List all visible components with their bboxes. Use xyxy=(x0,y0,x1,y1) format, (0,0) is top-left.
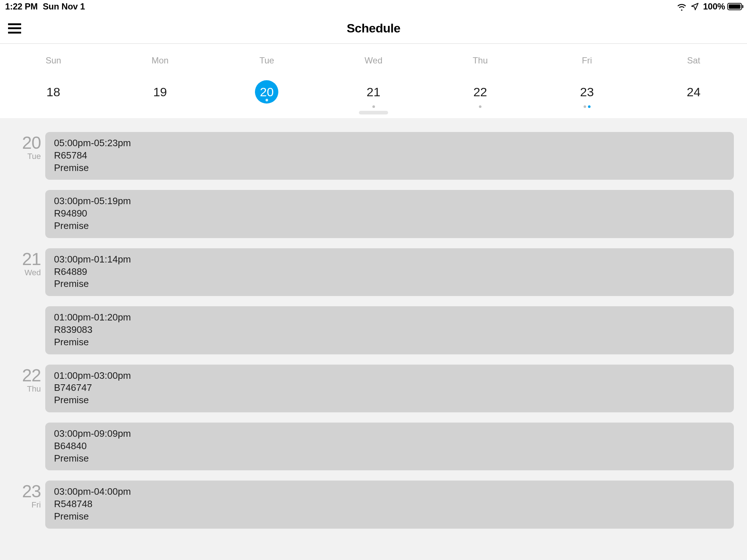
event-ref: R839083 xyxy=(54,324,725,336)
day-number: 22 xyxy=(473,86,487,98)
event-time: 05:00pm-05:23pm xyxy=(54,137,725,149)
day-label: 22Thu xyxy=(0,365,45,481)
schedule-list: 20Tue05:00pm-05:23pmR65784Premise03:00pm… xyxy=(0,118,747,560)
day-column[interactable]: Wed21 xyxy=(320,44,427,118)
day-number-wrap: 21 xyxy=(362,80,385,104)
event-indicator xyxy=(479,105,481,108)
day-column[interactable]: Tue20 xyxy=(213,44,320,118)
event-location: Premise xyxy=(54,220,725,232)
events-column: 05:00pm-05:23pmR65784Premise03:00pm-05:1… xyxy=(45,132,747,248)
day-number: 24 xyxy=(687,86,701,98)
event-location: Premise xyxy=(54,510,725,523)
event-ref: R65784 xyxy=(54,149,725,162)
event-indicator xyxy=(372,105,375,108)
event-card[interactable]: 03:00pm-09:09pmB64840Premise xyxy=(45,423,734,470)
day-column[interactable]: Mon19 xyxy=(107,44,214,118)
event-card[interactable]: 03:00pm-04:00pmR548748Premise xyxy=(45,481,734,528)
day-group: 23Fri03:00pm-04:00pmR548748Premise xyxy=(0,481,747,538)
day-name: Fri xyxy=(582,55,592,66)
day-column[interactable]: Thu22 xyxy=(427,44,534,118)
event-ref: R548748 xyxy=(54,498,725,510)
day-column[interactable]: Sat24 xyxy=(640,44,747,118)
wifi-icon xyxy=(677,3,687,11)
day-label-number: 20 xyxy=(0,134,41,152)
day-name: Sun xyxy=(46,55,61,66)
event-card[interactable]: 05:00pm-05:23pmR65784Premise xyxy=(45,132,734,180)
day-label-number: 21 xyxy=(0,250,41,268)
event-location: Premise xyxy=(54,162,725,174)
day-label-number: 22 xyxy=(0,367,41,384)
day-column[interactable]: Fri23 xyxy=(534,44,640,118)
day-column[interactable]: Sun18 xyxy=(0,44,107,118)
event-card[interactable]: 01:00pm-01:20pmR839083Premise xyxy=(45,306,734,354)
menu-button[interactable] xyxy=(8,23,21,34)
day-name: Thu xyxy=(473,55,488,66)
event-indicator xyxy=(584,105,591,108)
day-number-wrap: 19 xyxy=(148,80,172,104)
event-time: 01:00pm-03:00pm xyxy=(54,370,725,382)
day-name: Sat xyxy=(687,55,700,66)
day-group: 20Tue05:00pm-05:23pmR65784Premise03:00pm… xyxy=(0,132,747,248)
day-label-name: Thu xyxy=(0,384,41,394)
day-number-wrap: 23 xyxy=(575,80,599,104)
event-location: Premise xyxy=(54,452,725,465)
day-label-name: Wed xyxy=(0,268,41,277)
event-ref: B64840 xyxy=(54,440,725,452)
day-label-name: Fri xyxy=(0,500,41,510)
day-number-wrap: 22 xyxy=(469,80,492,104)
day-name: Wed xyxy=(365,55,383,66)
day-number: 19 xyxy=(153,86,167,98)
events-column: 03:00pm-01:14pmR64889Premise01:00pm-01:2… xyxy=(45,248,747,365)
event-time: 03:00pm-05:19pm xyxy=(54,195,725,207)
day-label-name: Tue xyxy=(0,152,41,161)
day-label-number: 23 xyxy=(0,483,41,500)
location-icon xyxy=(690,2,699,11)
day-label: 23Fri xyxy=(0,481,45,538)
week-strip: Sun18Mon19Tue20Wed21Thu22Fri23Sat24 xyxy=(0,44,747,118)
day-number-wrap: 18 xyxy=(42,80,65,104)
event-ref: R94890 xyxy=(54,207,725,220)
day-number-wrap: 20 xyxy=(255,80,278,104)
day-number-wrap: 24 xyxy=(682,80,705,104)
page-title: Schedule xyxy=(347,21,400,35)
status-bar: 1:22 PM Sun Nov 1 100% xyxy=(0,0,747,13)
event-time: 03:00pm-09:09pm xyxy=(54,428,725,440)
battery-icon xyxy=(727,3,742,10)
event-location: Premise xyxy=(54,336,725,349)
event-time: 03:00pm-04:00pm xyxy=(54,486,725,498)
day-number: 20 xyxy=(260,86,274,98)
app-header: Schedule xyxy=(0,13,747,44)
event-location: Premise xyxy=(54,394,725,407)
day-name: Mon xyxy=(152,55,169,66)
day-label: 21Wed xyxy=(0,248,45,365)
drag-handle[interactable] xyxy=(359,111,388,114)
day-group: 22Thu01:00pm-03:00pmB746747Premise03:00p… xyxy=(0,365,747,481)
day-number: 21 xyxy=(367,86,380,98)
event-location: Premise xyxy=(54,278,725,290)
status-time: 1:22 PM xyxy=(5,1,38,12)
day-number: 18 xyxy=(46,86,60,98)
event-ref: R64889 xyxy=(54,266,725,278)
event-card[interactable]: 03:00pm-05:19pmR94890Premise xyxy=(45,190,734,238)
events-column: 01:00pm-03:00pmB746747Premise03:00pm-09:… xyxy=(45,365,747,481)
event-card[interactable]: 03:00pm-01:14pmR64889Premise xyxy=(45,248,734,296)
day-group: 21Wed03:00pm-01:14pmR64889Premise01:00pm… xyxy=(0,248,747,365)
events-column: 03:00pm-04:00pmR548748Premise xyxy=(45,481,747,538)
event-time: 03:00pm-01:14pm xyxy=(54,253,725,266)
event-time: 01:00pm-01:20pm xyxy=(54,311,725,324)
event-ref: B746747 xyxy=(54,382,725,394)
battery-percent: 100% xyxy=(703,1,725,12)
event-card[interactable]: 01:00pm-03:00pmB746747Premise xyxy=(45,365,734,412)
day-number: 23 xyxy=(580,86,594,98)
event-indicator xyxy=(266,99,268,101)
day-label: 20Tue xyxy=(0,132,45,248)
day-name: Tue xyxy=(259,55,274,66)
status-date: Sun Nov 1 xyxy=(43,1,85,12)
